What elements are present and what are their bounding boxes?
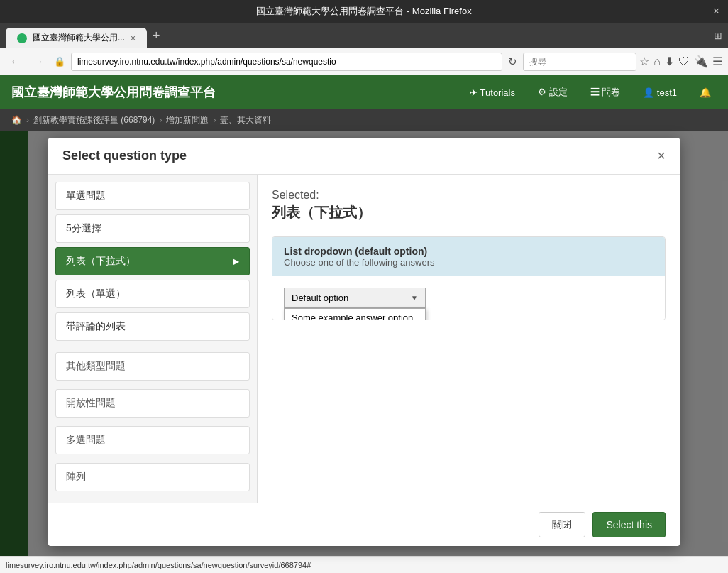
dropdown-arrow-icon: ▼: [411, 294, 418, 302]
nav-icons: ☆ ⌂ ⬇ 🛡 🔌 ☰: [639, 55, 722, 68]
tab-close-icon[interactable]: ×: [131, 33, 136, 43]
star-icon[interactable]: ☆: [639, 55, 649, 68]
category-btn-single-choice[interactable]: 單選問題: [55, 182, 250, 210]
modal-footer: 關閉 Select this: [48, 503, 680, 546]
survey-nav[interactable]: ☰ 問卷: [585, 83, 627, 102]
breadcrumb-add[interactable]: 增加新問題: [166, 114, 209, 126]
breadcrumb-home[interactable]: 🏠: [11, 115, 22, 125]
preview-box: List dropdown (default option) Choose on…: [272, 236, 666, 320]
select-this-button[interactable]: Select this: [592, 512, 666, 537]
category-btn-list-dropdown[interactable]: 列表（下拉式） ▶: [55, 247, 250, 275]
dropdown-container: Default option ▼ Some example answer opt…: [284, 288, 426, 308]
browser-titlebar: 國立臺灣師範大學公用問卷調查平台 - Mozilla Firefox ×: [0, 0, 728, 23]
breadcrumb: 🏠 › 創新教學實施課後評量 (668794) › 增加新問題 › 壹、其大資料: [0, 109, 728, 131]
apps-icon[interactable]: ⊞: [714, 30, 722, 41]
extension-icon[interactable]: 🔌: [694, 55, 708, 68]
active-arrow-icon: ▶: [233, 256, 239, 266]
app-title: 國立臺灣師範大學公用問卷調查平台: [11, 84, 453, 101]
modal-close-button[interactable]: ×: [657, 148, 666, 164]
section-header-multi: 多選問題: [55, 426, 250, 454]
browser-close-icon[interactable]: ×: [713, 5, 719, 18]
preview-subtitle: Choose one of the following answers: [284, 257, 653, 268]
back-button[interactable]: ←: [6, 53, 26, 71]
lock-icon: 🔒: [51, 56, 68, 67]
browser-title: 國立臺灣師範大學公用問卷調查平台 - Mozilla Firefox: [256, 5, 471, 18]
search-input[interactable]: [523, 53, 636, 71]
select-question-type-modal: Select question type × 單選問題 5分選擇 列表（下拉式）…: [48, 138, 680, 546]
forward-button[interactable]: →: [28, 53, 48, 71]
dropdown-option-1[interactable]: Some example answer option: [285, 309, 425, 320]
section-header-other: 其他類型問題: [55, 352, 250, 381]
content-area: Select question type × 單選問題 5分選擇 列表（下拉式）…: [0, 131, 728, 556]
download-icon[interactable]: ⬇: [665, 55, 674, 68]
preview-body: Default option ▼ Some example answer opt…: [272, 276, 665, 320]
home-icon[interactable]: ⌂: [653, 55, 661, 68]
browser-tab[interactable]: 國立臺灣師範大學公用... ×: [6, 28, 147, 48]
modal-title: Select question type: [62, 148, 187, 163]
selected-label: Selected:: [272, 189, 666, 202]
dropdown-current-value: Default option: [292, 293, 348, 303]
tab-favicon: [17, 33, 27, 43]
tab-label: 國立臺灣師範大學公用...: [33, 32, 125, 44]
modal-overlay: Select question type × 單選問題 5分選擇 列表（下拉式）…: [0, 131, 728, 556]
preview-header: List dropdown (default option) Choose on…: [272, 237, 665, 276]
browser-nav: ← → 🔒 ↻ ☆ ⌂ ⬇ 🛡 🔌 ☰: [0, 48, 728, 75]
breadcrumb-section: 壹、其大資料: [220, 114, 271, 126]
menu-icon[interactable]: ☰: [712, 55, 722, 68]
browser-tabs: 國立臺灣師範大學公用... × + ⊞: [0, 23, 728, 48]
new-tab-button[interactable]: +: [147, 26, 166, 46]
user-nav[interactable]: 👤 test1: [637, 84, 683, 101]
category-btn-5point[interactable]: 5分選擇: [55, 214, 250, 243]
section-header-array: 陣列: [55, 463, 250, 491]
close-button[interactable]: 關閉: [539, 512, 585, 537]
refresh-icon[interactable]: ↻: [505, 55, 520, 68]
dropdown-menu: Some example answer option New answer op…: [284, 308, 426, 320]
modal-header: Select question type ×: [48, 138, 680, 175]
selected-value: 列表（下拉式）: [272, 203, 666, 222]
shield-icon[interactable]: 🛡: [678, 55, 690, 68]
section-header-open: 開放性問題: [55, 389, 250, 418]
category-btn-list-comment[interactable]: 帶評論的列表: [55, 312, 250, 341]
notification-bell[interactable]: 🔔: [694, 84, 717, 101]
url-bar[interactable]: [71, 53, 502, 71]
status-url: limesurvey.iro.ntnu.edu.tw/index.php/adm…: [6, 561, 311, 569]
modal-body: 單選問題 5分選擇 列表（下拉式） ▶ 列表（單選） 帶評論的列表 其他類型問題…: [48, 175, 680, 503]
dropdown-trigger[interactable]: Default option ▼: [284, 288, 426, 308]
question-type-sidebar: 單選問題 5分選擇 列表（下拉式） ▶ 列表（單選） 帶評論的列表 其他類型問題…: [48, 175, 258, 503]
tutorials-nav[interactable]: ✈ Tutorials: [464, 84, 521, 101]
category-btn-list-radio[interactable]: 列表（單選）: [55, 280, 250, 308]
status-bar: limesurvey.iro.ntnu.edu.tw/index.php/adm…: [0, 556, 728, 573]
preview-title: List dropdown (default option): [284, 246, 653, 257]
app-header: 國立臺灣師範大學公用問卷調查平台 ✈ Tutorials ⚙ 設定 ☰ 問卷 👤…: [0, 75, 728, 109]
breadcrumb-survey[interactable]: 創新教學實施課後評量 (668794): [33, 114, 155, 126]
question-preview-area: Selected: 列表（下拉式） List dropdown (default…: [258, 175, 680, 503]
settings-nav[interactable]: ⚙ 設定: [532, 83, 573, 102]
